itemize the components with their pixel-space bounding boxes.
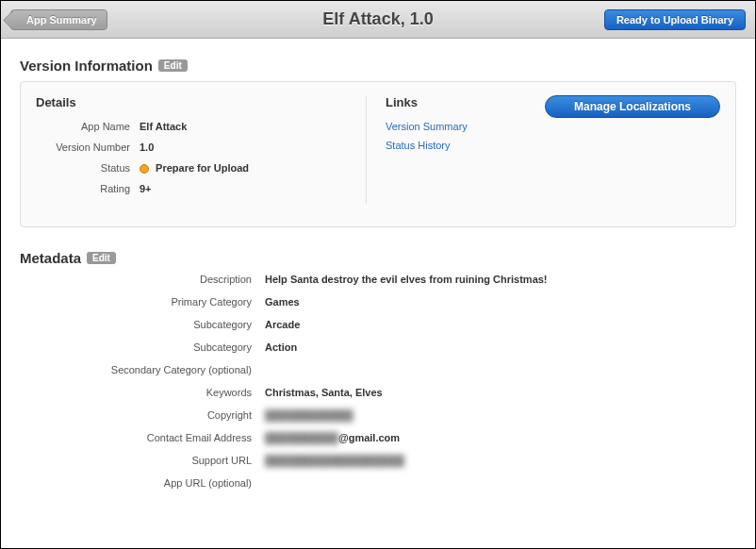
links-column: Links Version Summary Status History: [366, 95, 535, 204]
version-number-value: 1.0: [140, 141, 154, 153]
support-url-row: Support URL ███████████████████: [20, 455, 736, 466]
metadata-heading: Metadata Edit: [20, 250, 736, 266]
primary-category-row: Primary Category Games: [20, 296, 736, 308]
edit-version-info-button[interactable]: Edit: [158, 59, 188, 72]
back-button[interactable]: App Summary: [10, 9, 107, 30]
app-url-label: App URL (optional): [20, 477, 265, 489]
links-subheading: Links: [386, 95, 535, 109]
version-number-label: Version Number: [36, 141, 140, 153]
metadata-heading-text: Metadata: [20, 250, 81, 266]
details-column: Details App Name Elf Attack Version Numb…: [36, 95, 366, 204]
status-value: Prepare for Upload: [140, 162, 249, 174]
manage-localizations-label: Manage Localizations: [574, 100, 691, 113]
status-dot-icon: [140, 164, 149, 174]
rating-label: Rating: [36, 183, 140, 194]
subcategory2-row: Subcategory Action: [20, 341, 736, 353]
description-row: Description Help Santa destroy the evil …: [20, 274, 736, 285]
contact-email-blurred: ██████████: [265, 432, 338, 443]
description-label: Description: [20, 274, 265, 285]
version-info-heading-text: Version Information: [20, 58, 153, 74]
app-name-label: App Name: [36, 121, 140, 132]
version-number-row: Version Number 1.0: [36, 141, 347, 153]
status-value-text: Prepare for Upload: [156, 162, 249, 174]
header-bar: App Summary Elf Attack, 1.0 Ready to Upl…: [1, 1, 755, 39]
support-url-blurred: ███████████████████: [265, 455, 404, 466]
primary-category-label: Primary Category: [20, 296, 265, 308]
app-name-row: App Name Elf Attack: [36, 121, 347, 132]
version-info-heading: Version Information Edit: [20, 58, 736, 74]
link-status-history[interactable]: Status History: [386, 140, 535, 151]
contact-email-row: Contact Email Address ██████████@gmail.c…: [20, 432, 736, 443]
status-label: Status: [36, 162, 140, 174]
manage-localizations-button[interactable]: Manage Localizations: [545, 95, 720, 118]
details-subheading: Details: [36, 95, 347, 109]
details-box: Details App Name Elf Attack Version Numb…: [20, 81, 736, 227]
contact-email-suffix: @gmail.com: [338, 432, 400, 443]
secondary-category-label: Secondary Category (optional): [20, 364, 265, 375]
primary-category-value: Games: [265, 296, 300, 308]
content: Version Information Edit Details App Nam…: [1, 39, 755, 489]
copyright-blurred: ████████████: [265, 409, 353, 421]
manage-column: Manage Localizations: [535, 95, 720, 204]
rating-value: 9+: [140, 183, 152, 194]
rating-row: Rating 9+: [36, 183, 347, 194]
copyright-value: ████████████: [265, 409, 353, 421]
keywords-row: Keywords Christmas, Santa, Elves: [20, 387, 736, 398]
ready-upload-label: Ready to Upload Binary: [616, 14, 733, 25]
copyright-label: Copyright: [20, 409, 265, 421]
app-url-row: App URL (optional): [20, 477, 736, 489]
copyright-row: Copyright ████████████: [20, 409, 736, 421]
description-value: Help Santa destroy the evil elves from r…: [265, 274, 548, 285]
subcategory2-label: Subcategory: [20, 341, 265, 353]
subcategory1-label: Subcategory: [20, 319, 265, 330]
app-name-value: Elf Attack: [140, 121, 187, 132]
contact-email-value: ██████████@gmail.com: [265, 432, 400, 443]
subcategory2-value: Action: [265, 341, 297, 353]
contact-email-label: Contact Email Address: [20, 432, 265, 443]
keywords-value: Christmas, Santa, Elves: [265, 387, 383, 398]
keywords-label: Keywords: [20, 387, 265, 398]
edit-metadata-button[interactable]: Edit: [87, 252, 116, 264]
support-url-value: ███████████████████: [265, 455, 404, 466]
support-url-label: Support URL: [20, 455, 265, 466]
status-row: Status Prepare for Upload: [36, 162, 347, 174]
subcategory1-value: Arcade: [265, 319, 300, 330]
ready-upload-button[interactable]: Ready to Upload Binary: [604, 9, 746, 30]
link-version-summary[interactable]: Version Summary: [386, 121, 535, 132]
subcategory1-row: Subcategory Arcade: [20, 319, 736, 330]
secondary-category-row: Secondary Category (optional): [20, 364, 736, 375]
metadata-section: Metadata Edit Description Help Santa des…: [20, 250, 736, 489]
back-button-label: App Summary: [26, 14, 97, 25]
